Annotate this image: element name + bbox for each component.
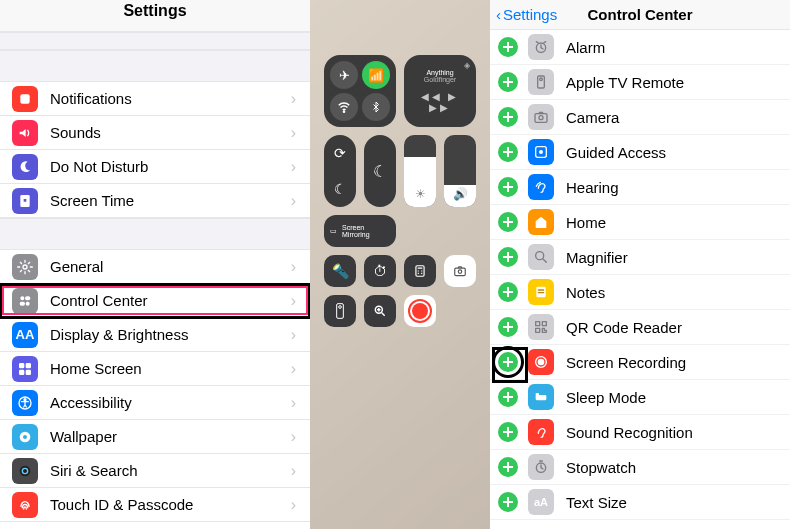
home-icon <box>528 209 554 235</box>
settings-row-siri[interactable]: Siri & Search › <box>0 454 310 488</box>
svg-point-15 <box>22 434 27 439</box>
settings-row-wallpaper[interactable]: Wallpaper › <box>0 420 310 454</box>
svg-rect-35 <box>542 322 546 326</box>
ccc-row-screenrec[interactable]: Screen Recording <box>490 345 790 380</box>
svg-point-7 <box>26 302 29 305</box>
ccc-label: Notes <box>566 284 605 301</box>
settings-label: Notifications <box>50 90 291 107</box>
settings-row-controlcenter[interactable]: Control Center › <box>0 284 310 318</box>
settings-header: Settings <box>0 0 310 32</box>
settings-row-accessibility[interactable]: Accessibility › <box>0 386 310 420</box>
svg-rect-5 <box>26 297 30 300</box>
add-button[interactable] <box>498 282 518 302</box>
screen-mirroring-tile[interactable]: ▭ Screen Mirroring <box>324 215 396 247</box>
control-center-preview: ✈ 📶 ◈ Anything Goldfinger ◀◀ ▶ ▶▶ ⟳ ☾ <box>310 0 490 529</box>
svg-rect-6 <box>20 302 24 305</box>
add-button[interactable] <box>498 142 518 162</box>
settings-row-screentime[interactable]: Screen Time › <box>0 184 310 218</box>
ccc-row-magnifier[interactable]: Magnifier <box>490 240 790 275</box>
chevron-left-icon: ‹ <box>496 6 501 23</box>
chevron-right-icon: › <box>291 124 296 142</box>
orientation-lock-icon[interactable]: ⟳ <box>324 135 356 171</box>
alarm-icon <box>528 34 554 60</box>
volume-slider[interactable]: 🔊 <box>444 135 476 207</box>
settings-label: Wallpaper <box>50 428 291 445</box>
svg-point-4 <box>21 297 24 300</box>
chevron-right-icon: › <box>291 394 296 412</box>
svg-rect-11 <box>26 370 30 374</box>
add-button[interactable] <box>498 352 518 372</box>
settings-label: Do Not Disturb <box>50 158 291 175</box>
general-icon <box>12 254 38 280</box>
add-button[interactable] <box>498 107 518 127</box>
music-controls[interactable]: ◀◀ ▶ ▶▶ <box>410 91 470 113</box>
back-button[interactable]: ‹ Settings <box>490 6 557 23</box>
svg-point-31 <box>540 151 543 154</box>
svg-rect-19 <box>416 266 424 277</box>
focus-icon[interactable]: ☾ <box>324 171 356 207</box>
settings-row-homescreen[interactable]: Home Screen › <box>0 352 310 386</box>
settings-row-dnd[interactable]: Do Not Disturb › <box>0 150 310 184</box>
ccc-row-sleep[interactable]: Sleep Mode <box>490 380 790 415</box>
magnifier-tile-icon[interactable] <box>364 295 396 327</box>
ccc-row-guided[interactable]: Guided Access <box>490 135 790 170</box>
settings-row-display[interactable]: AA Display & Brightness › <box>0 318 310 352</box>
settings-row-notifications[interactable]: Notifications › <box>0 82 310 116</box>
add-button[interactable] <box>498 317 518 337</box>
ccc-row-soundrec[interactable]: Sound Recognition <box>490 415 790 450</box>
calculator-icon[interactable] <box>404 255 436 287</box>
ccc-row-qr[interactable]: QR Code Reader <box>490 310 790 345</box>
ccc-label: Home <box>566 214 606 231</box>
mirror-icon: ▭ <box>330 227 337 235</box>
add-button[interactable] <box>498 72 518 92</box>
ccc-row-camera[interactable]: Camera <box>490 100 790 135</box>
ccc-label: Text Size <box>566 494 627 511</box>
music-title: Anything <box>410 69 470 76</box>
camera-icon[interactable] <box>444 255 476 287</box>
remote-icon[interactable] <box>324 295 356 327</box>
settings-title: Settings <box>123 0 186 20</box>
flashlight-icon[interactable]: 🔦 <box>324 255 356 287</box>
add-button[interactable] <box>498 492 518 512</box>
settings-label: Screen Time <box>50 192 291 209</box>
add-button[interactable] <box>498 177 518 197</box>
cellular-icon[interactable]: 📶 <box>362 61 390 89</box>
svg-rect-34 <box>536 322 540 326</box>
settings-row-sounds[interactable]: Sounds › <box>0 116 310 150</box>
bluetooth-icon[interactable] <box>362 93 390 121</box>
add-button[interactable] <box>498 422 518 442</box>
ccc-row-stopwatch[interactable]: Stopwatch <box>490 450 790 485</box>
screen-record-tile[interactable] <box>404 295 436 327</box>
ccc-row-hearing[interactable]: Hearing <box>490 170 790 205</box>
settings-label: Accessibility <box>50 394 291 411</box>
ccc-row-textsize[interactable]: aA Text Size <box>490 485 790 520</box>
settings-group-gap <box>0 218 310 250</box>
settings-row-general[interactable]: General › <box>0 250 310 284</box>
add-button[interactable] <box>498 212 518 232</box>
siri-icon <box>12 458 38 484</box>
ccc-row-notes[interactable]: Notes <box>490 275 790 310</box>
add-button[interactable] <box>498 387 518 407</box>
settings-divider <box>0 32 310 50</box>
add-button[interactable] <box>498 457 518 477</box>
now-playing-card[interactable]: ◈ Anything Goldfinger ◀◀ ▶ ▶▶ <box>404 55 476 127</box>
brightness-slider[interactable]: ☀ <box>404 135 436 207</box>
ccc-row-appletv[interactable]: Apple TV Remote <box>490 65 790 100</box>
dnd-tile[interactable]: ☾ <box>364 135 396 207</box>
timer-icon[interactable]: ⏱ <box>364 255 396 287</box>
chevron-right-icon: › <box>291 292 296 310</box>
wifi-icon[interactable] <box>330 93 358 121</box>
settings-label: General <box>50 258 291 275</box>
brightness-icon: ☀ <box>404 187 436 201</box>
add-button[interactable] <box>498 247 518 267</box>
airplay-icon[interactable]: ◈ <box>464 61 470 70</box>
svg-rect-20 <box>455 268 466 276</box>
add-button[interactable] <box>498 37 518 57</box>
ccc-row-home[interactable]: Home <box>490 205 790 240</box>
settings-row-touchid[interactable]: Touch ID & Passcode › <box>0 488 310 522</box>
ccc-row-alarm[interactable]: Alarm <box>490 30 790 65</box>
connectivity-card[interactable]: ✈ 📶 <box>324 55 396 127</box>
chevron-right-icon: › <box>291 360 296 378</box>
homescreen-icon <box>12 356 38 382</box>
airplane-icon[interactable]: ✈ <box>330 61 358 89</box>
